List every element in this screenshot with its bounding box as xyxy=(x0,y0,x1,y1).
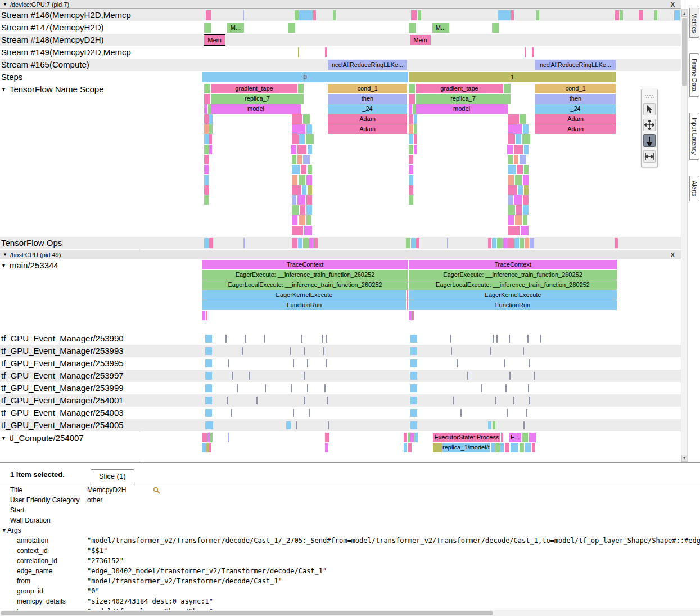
trace-slice[interactable] xyxy=(245,335,246,343)
collapse-arrow-icon[interactable]: ▼ xyxy=(3,2,7,7)
trace-slice[interactable] xyxy=(523,205,529,215)
trace-slice[interactable] xyxy=(204,185,209,195)
trace-slice[interactable] xyxy=(232,372,233,380)
trace-slice[interactable] xyxy=(523,421,525,429)
trace-slice[interactable] xyxy=(291,384,292,392)
trace-slice[interactable] xyxy=(414,114,417,124)
trace-slice[interactable]: cond_1 xyxy=(535,84,616,93)
trace-slice[interactable]: model xyxy=(416,104,508,114)
trace-slice[interactable] xyxy=(325,443,328,452)
trace-slice[interactable] xyxy=(409,185,413,195)
trace-slice[interactable] xyxy=(293,409,294,417)
trace-slice[interactable] xyxy=(326,335,327,343)
trace-slice[interactable] xyxy=(524,165,529,174)
trace-slice[interactable] xyxy=(209,443,211,452)
trace-slice[interactable]: gradient_tape xyxy=(416,84,503,93)
trace-slice[interactable] xyxy=(460,409,462,417)
trace-slice[interactable] xyxy=(523,347,524,355)
trace-slice[interactable] xyxy=(516,134,521,144)
trace-slice[interactable] xyxy=(307,384,308,392)
trace-slice[interactable] xyxy=(505,384,507,392)
pointer-tool-icon[interactable] xyxy=(643,103,656,115)
trace-slice[interactable]: cond_1 xyxy=(328,84,407,93)
trace-slice[interactable] xyxy=(306,205,312,215)
trace-slice[interactable] xyxy=(256,397,258,404)
trace-slice[interactable]: ncclAllReduceRingLLKe... xyxy=(535,60,616,70)
row-label-name-scope[interactable]: ▼TensorFlow Name Scope xyxy=(1,84,104,95)
trace-slice[interactable]: TraceContext xyxy=(409,260,617,269)
trace-slice[interactable] xyxy=(308,185,312,195)
trace-slice[interactable] xyxy=(493,421,495,429)
trace-slice[interactable] xyxy=(457,359,458,367)
trace-slice[interactable] xyxy=(301,335,302,343)
trace-slice[interactable] xyxy=(414,433,418,442)
trace-slice[interactable] xyxy=(514,145,523,154)
trace-slice[interactable] xyxy=(408,433,410,442)
trace-slice[interactable] xyxy=(674,10,680,20)
trace-slice[interactable] xyxy=(309,409,310,417)
trace-slice[interactable] xyxy=(205,359,212,367)
trace-slice[interactable]: ncclAllReduceRingLLKe... xyxy=(328,60,407,70)
trace-slice[interactable] xyxy=(306,195,312,205)
trace-slice[interactable] xyxy=(492,238,496,248)
trace-slice[interactable] xyxy=(304,226,312,235)
trace-slice[interactable] xyxy=(290,347,291,355)
trace-slice[interactable]: 0 xyxy=(202,72,408,82)
trace-slice[interactable]: EagerKernelExecute xyxy=(202,290,406,300)
trace-slice[interactable] xyxy=(450,335,451,343)
trace-slice[interactable] xyxy=(209,134,212,144)
trace-slice[interactable] xyxy=(205,421,213,429)
trace-slice[interactable] xyxy=(525,238,529,248)
trace-slice[interactable] xyxy=(527,335,529,343)
trace-slice[interactable] xyxy=(511,443,518,452)
trace-slice[interactable] xyxy=(297,145,306,154)
trace-slice[interactable] xyxy=(414,134,417,144)
trace-slice[interactable] xyxy=(204,165,209,174)
trace-slice[interactable] xyxy=(205,397,212,404)
trace-slice[interactable] xyxy=(204,155,209,164)
trace-slice[interactable] xyxy=(409,114,413,124)
trace-slice[interactable] xyxy=(300,205,305,215)
trace-slice[interactable] xyxy=(303,155,310,164)
trace-slice[interactable] xyxy=(515,215,522,225)
trace-slice[interactable] xyxy=(508,114,519,124)
trace-slice[interactable] xyxy=(308,165,312,174)
args-section-header[interactable]: ▼Args xyxy=(0,525,700,536)
magnifier-icon[interactable] xyxy=(153,487,160,494)
trace-slice[interactable] xyxy=(209,114,213,124)
trace-slice[interactable]: TraceContext xyxy=(202,260,408,269)
trace-slice[interactable] xyxy=(528,384,529,392)
trace-slice[interactable] xyxy=(410,409,417,417)
side-tab-frame-data[interactable]: Frame Data xyxy=(689,53,699,96)
trace-slice[interactable] xyxy=(507,145,513,154)
trace-slice[interactable] xyxy=(481,384,482,392)
trace-slice[interactable]: Mem xyxy=(410,35,431,45)
trace-slice[interactable] xyxy=(204,238,209,248)
trace-slice[interactable] xyxy=(524,185,529,195)
trace-slice[interactable] xyxy=(409,175,413,185)
trace-slice[interactable] xyxy=(508,238,514,248)
trace-slice[interactable] xyxy=(298,84,304,93)
trace-slice[interactable] xyxy=(293,359,294,367)
trace-slice[interactable] xyxy=(209,124,213,134)
trace-slice[interactable] xyxy=(416,238,419,248)
trace-slice[interactable]: EagerExecute: __inference_train_function… xyxy=(409,270,617,280)
collapse-arrow-icon[interactable]: ▼ xyxy=(1,435,6,441)
trace-slice[interactable] xyxy=(225,335,227,343)
trace-slice[interactable] xyxy=(410,384,417,392)
trace-slice[interactable] xyxy=(409,155,413,164)
zoom-tool-icon[interactable] xyxy=(643,134,656,147)
trace-slice[interactable] xyxy=(508,124,522,134)
trace-slice[interactable] xyxy=(210,433,213,442)
trace-slice[interactable] xyxy=(292,114,302,124)
trace-slice[interactable] xyxy=(306,124,312,134)
trace-slice[interactable] xyxy=(507,409,508,417)
trace-slice[interactable] xyxy=(498,10,511,20)
trace-slice[interactable] xyxy=(529,433,536,442)
trace-slice[interactable] xyxy=(508,195,513,205)
trace-slice[interactable] xyxy=(204,23,211,33)
trace-slice[interactable] xyxy=(520,114,526,124)
trace-slice[interactable]: Adam xyxy=(535,114,616,124)
trace-slice[interactable] xyxy=(322,335,323,343)
trace-slice[interactable] xyxy=(410,397,417,404)
